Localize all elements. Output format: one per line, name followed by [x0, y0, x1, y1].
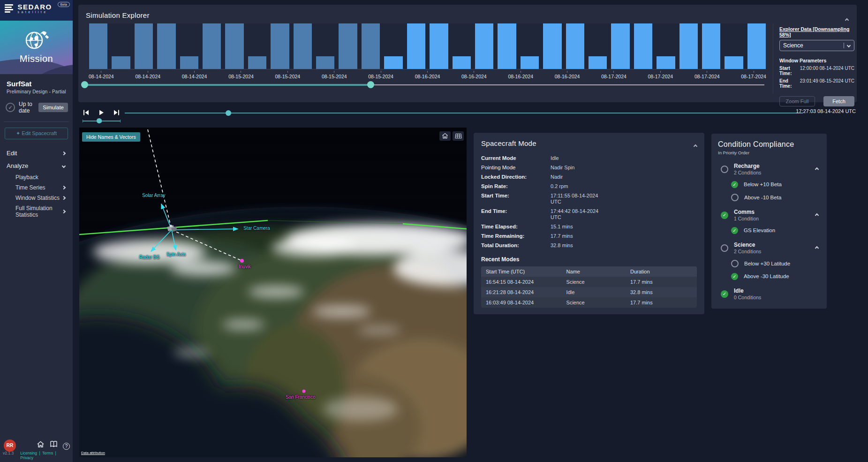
explorer-collapse-button[interactable] — [845, 15, 848, 23]
chevron-up-icon[interactable] — [815, 167, 819, 171]
hide-names-vectors-button[interactable]: Hide Names & Vectors — [82, 132, 140, 142]
histogram-bar[interactable] — [248, 56, 266, 69]
table-row[interactable]: 16:03:49 08-14-2024Science17.7 mins — [481, 297, 697, 308]
range-slider-selection[interactable] — [82, 84, 370, 86]
play-button[interactable] — [98, 109, 108, 117]
histogram-bar[interactable] — [203, 23, 221, 69]
histogram-bar[interactable] — [339, 23, 357, 69]
sidebar-item-analyze[interactable]: Analyze — [0, 159, 73, 172]
histogram-bar[interactable] — [657, 56, 675, 69]
axis-tick-label: 08-15-2024 — [368, 74, 393, 79]
detail-value: 17:11:55 08-14-2024 UTC — [551, 193, 601, 205]
histogram-bar[interactable] — [498, 23, 516, 69]
simulate-button[interactable]: Simulate — [38, 103, 68, 112]
axis-tick-label: 08-17-2024 — [741, 74, 766, 79]
histogram-bar[interactable] — [384, 56, 402, 69]
home-icon[interactable] — [37, 440, 45, 450]
solar-panel-view-icon[interactable] — [453, 131, 464, 141]
histogram-bar[interactable] — [225, 23, 243, 69]
range-slider-handle-start[interactable] — [81, 81, 88, 88]
histogram-bar[interactable] — [589, 56, 607, 69]
histogram-bar[interactable] — [157, 23, 175, 69]
spacecraft-mode-title: Spacecraft Mode — [481, 139, 694, 150]
help-icon[interactable]: ? — [63, 441, 70, 450]
speed-slider-handle[interactable] — [97, 118, 102, 123]
playback-slider-handle[interactable] — [226, 110, 231, 116]
histogram-bar[interactable] — [702, 23, 720, 69]
avatar[interactable]: RR — [4, 439, 16, 452]
axis-tick-label: 08-14-2024 — [89, 74, 114, 79]
histogram-bar[interactable] — [112, 56, 130, 69]
histogram-bar[interactable] — [271, 23, 289, 69]
table-row[interactable]: 16:21:28 08-14-2024Idle32.8 mins — [481, 287, 697, 297]
compliance-group-science[interactable]: Science2 Conditions — [718, 242, 820, 254]
axis-tick-label: 08-16-2024 — [461, 74, 487, 79]
histogram-bar[interactable] — [521, 56, 539, 69]
group-condition-count: 2 Conditions — [734, 249, 815, 254]
histogram-bar[interactable] — [566, 23, 584, 69]
ground-station-dot[interactable] — [240, 259, 244, 263]
skip-to-end-button[interactable] — [113, 109, 123, 117]
histogram-bar[interactable] — [475, 23, 493, 69]
histogram-bar[interactable] — [679, 23, 698, 69]
sidebar-item-time-series[interactable]: Time Series — [0, 182, 73, 193]
explorer-range-slider[interactable] — [82, 81, 764, 89]
zoom-full-button[interactable]: Zoom Full — [779, 96, 815, 106]
sidebar-item-playback[interactable]: Playback — [0, 172, 73, 182]
histogram-bar[interactable] — [135, 23, 153, 69]
table-cell: 17.7 mins — [630, 279, 692, 285]
table-row[interactable]: 16:54:15 08-14-2024Science17.7 mins — [481, 277, 697, 287]
reset-view-home-icon[interactable] — [439, 131, 451, 141]
histogram-bar[interactable] — [453, 56, 471, 69]
spacecraft-detail-row: Spin Rate:0.2 rpm — [481, 183, 697, 189]
sedaro-logo[interactable]: SEDARO satellite Beta — [0, 0, 73, 21]
chevron-up-icon[interactable] — [815, 246, 819, 250]
histogram-bar[interactable] — [89, 23, 107, 69]
range-slider-handle-end[interactable] — [367, 81, 374, 88]
legal-link-terms[interactable]: Terms — [42, 451, 53, 455]
histogram-bar[interactable] — [180, 56, 198, 69]
sidebar-item-full-simulation-statistics[interactable]: Full Simulation Statistics — [0, 203, 73, 220]
compliance-group-idle[interactable]: ✓Idle0 Conditions — [718, 288, 820, 300]
data-attribution-link[interactable]: Data attribution — [81, 451, 105, 455]
histogram-bar[interactable] — [316, 56, 334, 69]
histogram-bar[interactable] — [294, 23, 312, 69]
histogram-bar[interactable] — [543, 23, 561, 69]
histogram-bar[interactable] — [634, 23, 652, 69]
compliance-group-comms[interactable]: ✓Comms1 Condition — [718, 209, 820, 221]
histogram-bar[interactable] — [430, 23, 448, 69]
compliance-group-recharge[interactable]: Recharge2 Conditions — [718, 163, 820, 175]
edit-spacecraft-button[interactable]: ✦ Edit Spacecraft — [5, 128, 68, 139]
axis-tick: 08-15-2024 — [228, 71, 254, 79]
compliance-condition: ✓GS Elevation — [718, 227, 820, 234]
skip-to-start-button[interactable] — [83, 109, 93, 117]
start-time-label: Start Time: — [779, 66, 800, 76]
sidebar-item-window-statistics[interactable]: Window Statistics — [0, 193, 73, 203]
axis-tick: 08-15-2024 — [275, 71, 301, 79]
histogram-bar[interactable] — [407, 23, 425, 69]
legal-link-privacy[interactable]: Privacy — [20, 455, 33, 460]
axis-tick-label: 08-14-2024 — [135, 74, 160, 79]
histogram-bar[interactable] — [362, 23, 380, 69]
sidebar-item-edit[interactable]: Edit — [0, 147, 73, 159]
city-dot[interactable] — [302, 390, 306, 393]
playback-speed-slider[interactable] — [83, 118, 120, 124]
table-cell: 16:03:49 08-14-2024 — [486, 300, 566, 305]
explorer-histogram[interactable] — [89, 23, 766, 69]
spacecraft-mode-collapse-button[interactable] — [694, 141, 697, 150]
docs-book-icon[interactable] — [50, 440, 58, 450]
playback-timeline-slider[interactable] — [125, 113, 803, 114]
explorer-data-select[interactable]: Science — [779, 40, 854, 51]
histogram-bar[interactable] — [747, 23, 766, 69]
axis-tick-label: 08-15-2024 — [322, 74, 347, 79]
chevron-down-icon — [62, 164, 66, 167]
chevron-up-icon[interactable] — [815, 213, 819, 217]
globe-viewport[interactable]: Solar Array Star Camera Spin Axis Radar … — [79, 128, 467, 457]
tick-mark — [381, 71, 381, 73]
histogram-bar[interactable] — [611, 23, 629, 69]
legal-link-licensing[interactable]: Licensing — [20, 451, 37, 455]
compliance-condition: ✓Below +10 Beta — [718, 181, 820, 188]
histogram-bar[interactable] — [725, 56, 743, 69]
satellite-model[interactable] — [167, 225, 177, 232]
fetch-button[interactable]: Fetch — [823, 96, 854, 106]
